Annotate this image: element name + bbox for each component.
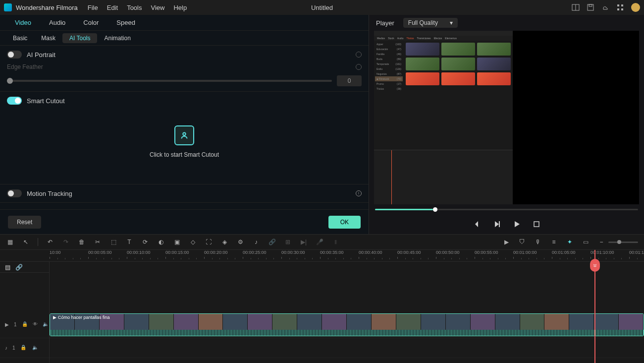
player-label: Player [376, 19, 394, 27]
lock-audio-icon[interactable]: 🔒 [20, 345, 27, 352]
delete-icon[interactable]: 🗑 [78, 238, 86, 246]
titlebar: Wondershare Filmora File Edit Tools View… [0, 0, 644, 15]
ruler-tick: 00:01:15:00 [629, 250, 644, 255]
mic-icon[interactable]: 🎙 [534, 238, 542, 246]
tab-video[interactable]: Video [6, 19, 40, 26]
chevron-down-icon: ▾ [450, 19, 453, 26]
cut-icon[interactable]: ✂ [94, 238, 102, 246]
keyframe-icon[interactable]: ◇ [189, 238, 197, 246]
toggle-motion-tracking[interactable] [7, 189, 22, 197]
ruler-tick: 00:00:55:00 [475, 250, 498, 255]
start-smart-cutout-button[interactable] [174, 125, 194, 145]
toggle-ai-portrait[interactable] [7, 51, 22, 59]
zoom-slider[interactable] [608, 242, 638, 243]
mixer-icon[interactable]: ⫴ [331, 238, 339, 246]
document-title: Untitled [311, 4, 333, 11]
shield-icon[interactable]: ⛉ [518, 238, 526, 246]
section-ai-portrait: AI Portrait Edge Feather 0 [0, 46, 369, 92]
preview-area[interactable]: MediosStockAudioTítulosTransicionesEfect… [374, 31, 639, 204]
undo-icon[interactable]: ↶ [46, 238, 54, 246]
edge-feather-slider[interactable] [7, 80, 332, 82]
expand-icon[interactable]: ⛶ [205, 238, 213, 246]
edge-feather-label: Edge Feather [7, 63, 52, 70]
quality-select[interactable]: Full Quality ▾ [403, 18, 458, 28]
toggle-smart-cutout[interactable] [7, 97, 22, 105]
stop-button[interactable] [532, 220, 541, 229]
properties-panel: Video Audio Color Speed Basic Mask AI To… [0, 15, 369, 234]
section-smart-cutout: Smart Cutout Click to start Smart Cutout [0, 92, 369, 184]
audio-icon[interactable]: ♪ [252, 238, 260, 246]
slider-thumb[interactable] [7, 78, 13, 84]
play-button[interactable] [512, 220, 521, 229]
video-track-head: ▶1 🔒 👁 🔈 [0, 311, 49, 338]
zoom-out-icon[interactable]: − [597, 238, 605, 246]
prev-frame-button[interactable] [473, 220, 482, 229]
timeline-ruler[interactable]: 10:0000:00:05:0000:00:10:0000:00:15:0000… [0, 250, 644, 262]
tab-audio[interactable]: Audio [40, 19, 74, 26]
subtab-basic[interactable]: Basic [6, 33, 34, 43]
voiceover-icon[interactable]: 🎤 [316, 238, 323, 246]
subtab-animation[interactable]: Animation [97, 33, 137, 43]
menu-help[interactable]: Help [173, 4, 187, 11]
fit-icon[interactable]: ▭ [582, 238, 590, 246]
ruler-tick: 00:00:25:00 [243, 250, 267, 255]
video-track[interactable]: ▶Cómo hacer pantallas fina [50, 311, 644, 338]
render-icon[interactable]: ▶ [502, 238, 510, 246]
save-icon[interactable] [587, 3, 594, 11]
subtab-mask[interactable]: Mask [34, 33, 62, 43]
reset-button[interactable]: Reset [8, 216, 41, 229]
mask-icon[interactable]: ▣ [173, 238, 181, 246]
lock-icon[interactable]: 🔒 [22, 321, 28, 328]
audio-track[interactable] [50, 338, 644, 358]
ai-icon[interactable]: ✦ [566, 238, 574, 246]
marker-icon[interactable]: ▶| [300, 238, 308, 246]
mute-icon[interactable]: 🔈 [43, 321, 49, 328]
audio-track-icon: ♪ [5, 345, 7, 351]
reset-feather-icon[interactable] [356, 64, 362, 70]
help-icon[interactable]: i [356, 190, 362, 196]
motion-tracking-label: Motion Tracking [27, 190, 353, 197]
edge-feather-value[interactable]: 0 [337, 75, 362, 86]
seek-bar[interactable] [375, 209, 638, 210]
pointer-icon[interactable]: ↖ [22, 238, 30, 246]
menu-file[interactable]: File [88, 4, 98, 11]
link-tracks-icon[interactable]: 🔗 [15, 264, 23, 271]
ruler-tick: 00:00:10:00 [127, 250, 151, 255]
mute-audio-icon[interactable]: 🔈 [32, 345, 39, 352]
cloud-icon[interactable] [601, 3, 609, 11]
speed-icon[interactable]: ⟳ [141, 238, 149, 246]
ruler-tick: 00:00:05:00 [88, 250, 112, 255]
list-icon[interactable]: ≡ [550, 238, 558, 246]
section-motion-tracking: Motion Tracking i [0, 184, 369, 203]
ruler-tick: 00:00:20:00 [204, 250, 228, 255]
grid-icon[interactable]: ▦ [6, 238, 14, 246]
group-icon[interactable]: ⊞ [284, 238, 292, 246]
adjust-icon[interactable]: ⚙ [236, 238, 244, 246]
user-avatar[interactable] [631, 3, 640, 12]
ruler-tick: 00:00:30:00 [281, 250, 305, 255]
color-icon[interactable]: ◐ [157, 238, 165, 246]
menu-tools[interactable]: Tools [127, 4, 142, 11]
play-frame-button[interactable] [492, 220, 501, 229]
menu-view[interactable]: View [151, 4, 164, 11]
apps-icon[interactable] [616, 3, 624, 11]
link-icon[interactable]: 🔗 [268, 238, 276, 246]
ok-button[interactable]: OK [328, 216, 361, 229]
menu-edit[interactable]: Edit [107, 4, 118, 11]
crop-icon[interactable]: ⬚ [109, 238, 117, 246]
text-icon[interactable]: T [125, 238, 133, 246]
tab-color[interactable]: Color [74, 19, 107, 26]
tab-speed[interactable]: Speed [107, 19, 144, 26]
reset-ai-portrait-icon[interactable] [356, 52, 362, 58]
playhead[interactable] [594, 250, 595, 363]
tag-icon[interactable]: ◈ [220, 238, 228, 246]
subtab-aitools[interactable]: AI Tools [62, 33, 97, 43]
svg-rect-7 [621, 8, 623, 10]
redo-icon[interactable]: ↷ [62, 238, 70, 246]
eye-icon[interactable]: 👁 [33, 321, 38, 328]
seek-thumb[interactable] [433, 207, 437, 212]
video-clip[interactable]: ▶Cómo hacer pantallas fina [50, 313, 644, 336]
layout-icon[interactable] [572, 3, 580, 11]
playhead-handle[interactable] [590, 259, 600, 272]
tracks-icon[interactable]: ▤ [5, 264, 10, 271]
